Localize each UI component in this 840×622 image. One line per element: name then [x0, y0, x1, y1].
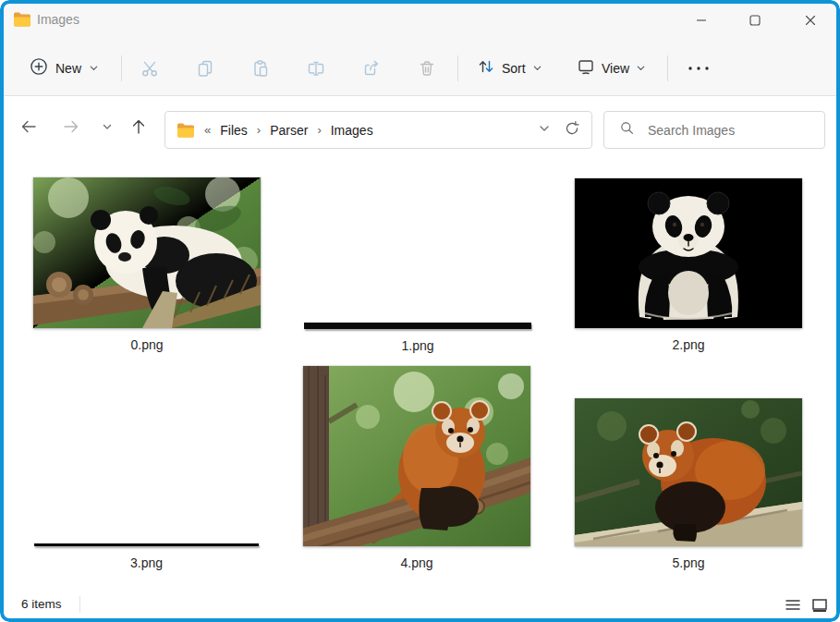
- up-button[interactable]: [122, 110, 155, 143]
- view-button[interactable]: View: [569, 52, 653, 85]
- breadcrumb-segment-images[interactable]: Images: [331, 123, 373, 138]
- file-name-1: 1.png: [401, 338, 433, 353]
- sort-button-label: Sort: [502, 61, 526, 76]
- file-name-4: 4.png: [400, 555, 432, 570]
- window-chrome: Images New: [0, 0, 840, 96]
- item-count: 6 items: [21, 597, 62, 611]
- search-box: [603, 111, 825, 149]
- view-icon: [577, 57, 595, 79]
- new-button-label: New: [55, 61, 81, 76]
- address-dropdown-chevron-icon[interactable]: [538, 122, 551, 139]
- file-name-3: 3.png: [130, 555, 163, 570]
- thumbnail-5: [575, 398, 802, 546]
- breadcrumb-segment-parser[interactable]: Parser: [270, 123, 308, 138]
- file-name-5: 5.png: [672, 555, 704, 570]
- breadcrumb-overflow[interactable]: «: [204, 123, 211, 137]
- details-view-icon[interactable]: [781, 594, 805, 616]
- refresh-icon[interactable]: [564, 120, 580, 140]
- file-item-0[interactable]: 0.png: [33, 177, 261, 352]
- file-grid: 0.png 1.png: [4, 163, 836, 592]
- navigation-bar: « Files › Parser › Images: [0, 97, 840, 163]
- thumbnail-3: [34, 543, 259, 546]
- rename-button[interactable]: [298, 54, 335, 83]
- search-icon: [619, 120, 635, 140]
- breadcrumb-separator: ›: [317, 123, 321, 137]
- file-explorer-window: Images New: [0, 0, 840, 622]
- thumbnail-0: [33, 177, 261, 328]
- view-button-label: View: [602, 61, 629, 76]
- breadcrumb-segment-files[interactable]: Files: [220, 123, 248, 138]
- delete-button[interactable]: [408, 54, 445, 83]
- chevron-down-icon: [89, 60, 99, 77]
- chevron-down-icon: [636, 60, 646, 77]
- thumbnail-4: [303, 366, 530, 546]
- file-item-2[interactable]: 2.png: [575, 178, 802, 352]
- large-thumbnails-view-icon[interactable]: [808, 594, 832, 616]
- titlebar: Images: [0, 0, 840, 41]
- address-bar[interactable]: « Files › Parser › Images: [164, 111, 592, 149]
- paste-button[interactable]: [242, 54, 279, 83]
- chevron-down-icon: [532, 60, 542, 77]
- sort-button[interactable]: Sort: [469, 52, 550, 85]
- breadcrumb: « Files › Parser › Images: [204, 123, 373, 138]
- thumbnail-2: [575, 178, 802, 328]
- toolbar-separator: [121, 55, 122, 81]
- maximize-button[interactable]: [734, 6, 776, 35]
- share-button[interactable]: [353, 54, 390, 83]
- file-name-0: 0.png: [130, 337, 163, 352]
- search-input[interactable]: [646, 122, 803, 139]
- recent-locations-button[interactable]: [91, 110, 124, 143]
- breadcrumb-separator: ›: [257, 123, 261, 137]
- file-item-4[interactable]: 4.png: [303, 366, 530, 570]
- sort-icon: [477, 57, 495, 79]
- file-item-1[interactable]: 1.png: [304, 323, 531, 353]
- plus-circle-icon: [30, 57, 48, 79]
- status-bar: 6 items: [0, 592, 840, 618]
- status-separator: [79, 596, 80, 613]
- new-button[interactable]: New: [22, 52, 106, 85]
- forward-button[interactable]: [55, 110, 88, 143]
- folder-icon: [13, 11, 31, 30]
- file-item-3[interactable]: 3.png: [34, 543, 259, 570]
- file-item-5[interactable]: 5.png: [575, 398, 802, 570]
- copy-button[interactable]: [187, 54, 224, 83]
- thumbnail-1: [304, 323, 531, 329]
- close-button[interactable]: [789, 6, 832, 35]
- command-toolbar: New: [0, 41, 840, 96]
- window-title: Images: [37, 12, 79, 27]
- minimize-button[interactable]: [680, 6, 723, 35]
- toolbar-separator: [457, 55, 458, 81]
- back-button[interactable]: [12, 110, 45, 143]
- toolbar-separator: [667, 55, 668, 81]
- more-options-button[interactable]: [680, 54, 717, 83]
- folder-icon: [177, 122, 195, 139]
- file-name-2: 2.png: [672, 337, 704, 352]
- cut-button[interactable]: [131, 54, 168, 83]
